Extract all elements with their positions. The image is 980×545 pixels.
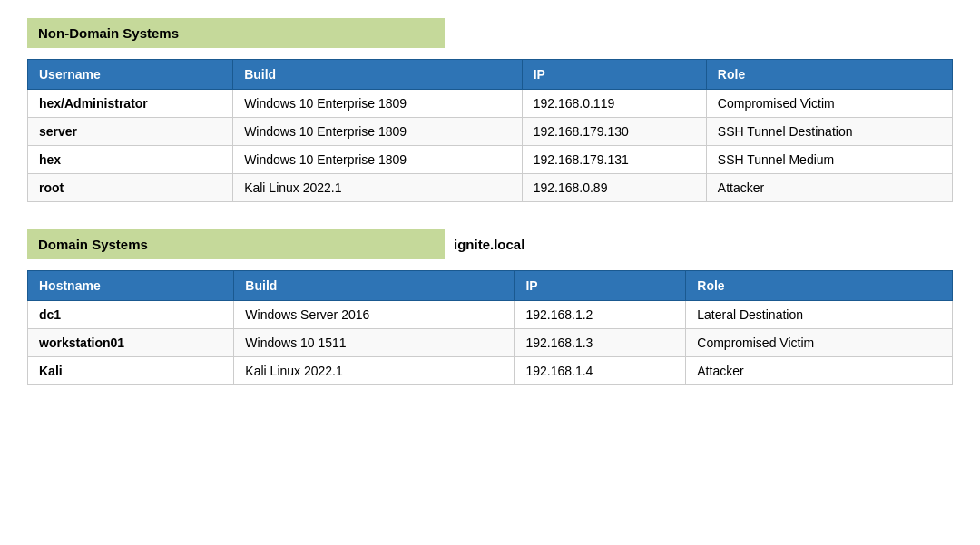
col-ip: IP <box>522 60 706 90</box>
cell-role: Attacker <box>686 357 953 385</box>
cell-hostname: workstation01 <box>28 329 234 357</box>
table-row: workstation01 Windows 10 1511 192.168.1.… <box>28 329 953 357</box>
cell-ip: 192.168.1.4 <box>514 357 686 385</box>
cell-username: root <box>28 174 233 202</box>
cell-role: SSH Tunnel Destination <box>706 118 952 146</box>
cell-build: Windows 10 1511 <box>234 329 514 357</box>
cell-build: Windows 10 Enterprise 1809 <box>233 146 523 174</box>
table-row: server Windows 10 Enterprise 1809 192.16… <box>28 118 953 146</box>
domain-table: Hostname Build IP Role dc1 Windows Serve… <box>27 270 953 385</box>
cell-username: server <box>28 118 233 146</box>
cell-role: Attacker <box>706 174 952 202</box>
non-domain-header-row: Username Build IP Role <box>28 60 953 90</box>
cell-role: SSH Tunnel Medium <box>706 146 952 174</box>
col-role-d: Role <box>686 271 953 301</box>
cell-ip: 192.168.179.131 <box>522 146 706 174</box>
table-row: hex Windows 10 Enterprise 1809 192.168.1… <box>28 146 953 174</box>
cell-role: Lateral Destination <box>686 301 953 329</box>
table-row: dc1 Windows Server 2016 192.168.1.2 Late… <box>28 301 953 329</box>
cell-username: hex <box>28 146 233 174</box>
table-row: root Kali Linux 2022.1 192.168.0.89 Atta… <box>28 174 953 202</box>
col-username: Username <box>28 60 233 90</box>
cell-build: Windows 10 Enterprise 1809 <box>233 118 523 146</box>
cell-ip: 192.168.0.119 <box>522 90 706 118</box>
domain-header-container: Domain Systems ignite.local <box>27 229 953 259</box>
table-row: hex/Administrator Windows 10 Enterprise … <box>28 90 953 118</box>
cell-hostname: dc1 <box>28 301 234 329</box>
cell-hostname: Kali <box>28 357 234 385</box>
cell-build: Kali Linux 2022.1 <box>234 357 514 385</box>
cell-ip: 192.168.0.89 <box>522 174 706 202</box>
non-domain-section: Non-Domain Systems Username Build IP Rol… <box>27 18 953 202</box>
non-domain-table: Username Build IP Role hex/Administrator… <box>27 59 953 202</box>
non-domain-header: Non-Domain Systems <box>27 18 445 48</box>
cell-build: Kali Linux 2022.1 <box>233 174 523 202</box>
domain-name: ignite.local <box>454 237 524 252</box>
cell-ip: 192.168.1.3 <box>514 329 686 357</box>
domain-section: Domain Systems ignite.local Hostname Bui… <box>27 229 953 385</box>
cell-build: Windows 10 Enterprise 1809 <box>233 90 523 118</box>
cell-role: Compromised Victim <box>686 329 953 357</box>
cell-ip: 192.168.1.2 <box>514 301 686 329</box>
domain-header: Domain Systems <box>27 229 445 259</box>
col-role: Role <box>706 60 952 90</box>
col-build-d: Build <box>234 271 514 301</box>
cell-username: hex/Administrator <box>28 90 233 118</box>
col-build: Build <box>233 60 523 90</box>
col-ip-d: IP <box>514 271 686 301</box>
cell-build: Windows Server 2016 <box>234 301 514 329</box>
cell-role: Compromised Victim <box>706 90 952 118</box>
table-row: Kali Kali Linux 2022.1 192.168.1.4 Attac… <box>28 357 953 385</box>
domain-header-row: Hostname Build IP Role <box>28 271 953 301</box>
cell-ip: 192.168.179.130 <box>522 118 706 146</box>
col-hostname: Hostname <box>28 271 234 301</box>
